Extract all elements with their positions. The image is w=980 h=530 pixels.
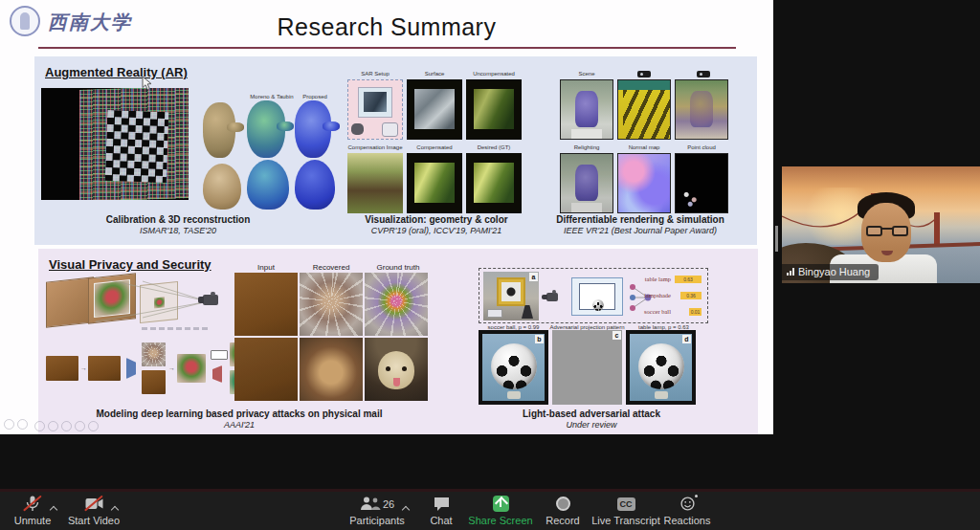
start-video-label: Start Video <box>68 515 120 526</box>
soccer-ball-shape <box>491 343 537 389</box>
shared-screen-slide: 西南大学 Research Summary Augmented Reality … <box>0 0 773 434</box>
title-underline <box>38 47 736 49</box>
statue-col-label-proposed: Proposed <box>291 94 339 100</box>
closed-captions-icon: CC <box>617 497 635 511</box>
person-glasses <box>866 226 908 237</box>
calibration-image <box>41 88 189 200</box>
projector-icon <box>637 71 651 77</box>
unmute-label: Unmute <box>14 515 52 526</box>
viz-label-uncompensated: Uncompensated <box>466 71 522 77</box>
audio-signal-icon <box>787 268 794 276</box>
participant-name: Bingyao Huang <box>798 266 870 277</box>
soccer-ball-glyph <box>592 299 604 311</box>
ghost-annotation-dot <box>88 421 99 431</box>
reactions-label: Reactions <box>664 515 711 526</box>
relit-table-shape <box>571 203 602 212</box>
classifier-row-soccer-ball: soccer ball 0.01 <box>604 308 705 318</box>
bear-statue-moreno <box>247 100 285 158</box>
panel-letter-a: a <box>529 273 538 281</box>
adversarial-pattern-image-c: c <box>552 330 622 405</box>
grid-header-input: Input <box>234 263 298 272</box>
panel-letter-c: c <box>612 331 621 340</box>
class-label: table lamp <box>613 276 671 282</box>
surface-image <box>407 79 462 140</box>
checkerboard-pattern <box>105 110 169 183</box>
arrow-icon: → <box>80 364 87 371</box>
record-button[interactable]: Record <box>542 496 584 526</box>
chat-label: Chat <box>430 515 452 526</box>
projector-view-image <box>617 79 671 140</box>
pipeline-capture-1 <box>46 356 78 381</box>
relighting-image <box>560 153 613 213</box>
chat-icon <box>434 497 450 512</box>
ar-caption-visualization: Visualization: geometry & color CVPR'19 … <box>331 214 542 236</box>
participants-icon <box>360 497 381 511</box>
live-transcript-button[interactable]: CC Live Transcript <box>586 496 666 526</box>
caption-venue: IEEE VR'21 (Best Journal Paper Award) <box>532 226 748 236</box>
point-cloud-bits <box>683 189 699 207</box>
sar-camera-shape <box>351 123 363 135</box>
dog-tongue <box>393 378 400 386</box>
dog-eye <box>402 366 407 371</box>
uncompensated-projection-shape <box>474 89 514 129</box>
ar-section-heading: Augmented Reality (AR) <box>45 65 188 79</box>
chat-button[interactable]: Chat <box>421 496 461 526</box>
caption-title: Calibration & 3D reconstruction <box>73 214 283 226</box>
ar-caption-rendering: Differentiable rendering & simulation IE… <box>532 214 748 236</box>
class-score-bar: 0.63 <box>675 276 702 283</box>
class-score-bar: 0.01 <box>689 308 702 316</box>
viz-label-compensated: Compensated <box>407 144 462 151</box>
cloth-surface-shape <box>414 89 455 129</box>
point-cloud-image <box>675 153 728 213</box>
decoder-shape <box>212 365 222 383</box>
reactions-button[interactable]: Reactions <box>660 496 714 526</box>
lit-drape-shape <box>690 91 713 127</box>
viz-label-compensation-image: Compensation Image <box>343 144 408 151</box>
scrollbar-fragment[interactable] <box>775 226 778 252</box>
input-image-1 <box>234 273 298 336</box>
formula-text <box>142 327 209 330</box>
compensated-image <box>407 153 462 213</box>
uncompensated-image <box>466 79 522 140</box>
privacy-caption-modeling: Modeling deep learning based privacy att… <box>67 409 412 431</box>
caption-title: Light-based adversarial attack <box>450 409 733 420</box>
ghost-annotation-dot <box>17 419 28 430</box>
caption-title: Visualization: geometry & color <box>331 214 542 226</box>
zoom-meeting-window: 西南大学 Research Summary Augmented Reality … <box>0 0 980 530</box>
viz-label-desired-gt: Desired (GT) <box>466 144 522 151</box>
ground-truth-image-2 <box>365 338 428 401</box>
share-screen-button[interactable]: Share Screen <box>467 496 534 526</box>
slide-title: Research Summary <box>0 13 773 41</box>
soccer-ball-shape <box>638 343 684 389</box>
record-label: Record <box>546 515 579 526</box>
pipeline-recovered-thumb <box>142 342 166 366</box>
reaction-badge-dot <box>695 495 698 497</box>
unmute-button[interactable]: Unmute <box>10 496 56 526</box>
ghost-annotation-dot <box>34 421 45 431</box>
input-image-2 <box>234 338 298 401</box>
caption-venue: CVPR'19 (oral), ICCV'19, PAMI'21 <box>331 226 542 236</box>
class-label: soccer ball <box>613 308 671 315</box>
grid-header-recovered: Recovered <box>300 263 363 272</box>
head-statue-photo <box>203 164 241 210</box>
render-label-scene: Scene <box>560 71 613 77</box>
privacy-section-panel: Visual Privacy and Security <box>38 249 758 434</box>
pipeline-capture-2 <box>88 356 121 381</box>
panel-letter-b: b <box>535 335 544 343</box>
bear-statue-photo <box>203 102 235 158</box>
render-label-relighting: Relighting <box>560 144 613 151</box>
participants-button[interactable]: 26 Participants <box>347 496 407 526</box>
normal-map-image <box>617 153 671 213</box>
dog-eye <box>386 366 390 371</box>
participant-name-tag: Bingyao Huang <box>782 264 879 280</box>
pipeline-dark-thumb <box>142 370 166 394</box>
render-label-normal-map: Normal map <box>617 144 671 151</box>
caption-venue: AAAI'21 <box>67 420 412 431</box>
privacy-section-heading: Visual Privacy and Security <box>49 257 212 272</box>
video-options-chevron[interactable] <box>111 505 119 513</box>
ghost-annotation-dot <box>75 421 85 431</box>
sar-projector-shape <box>382 122 398 137</box>
head-statue-proposed <box>295 160 335 210</box>
participants-chevron[interactable] <box>402 505 410 513</box>
audio-options-chevron[interactable] <box>50 505 57 513</box>
